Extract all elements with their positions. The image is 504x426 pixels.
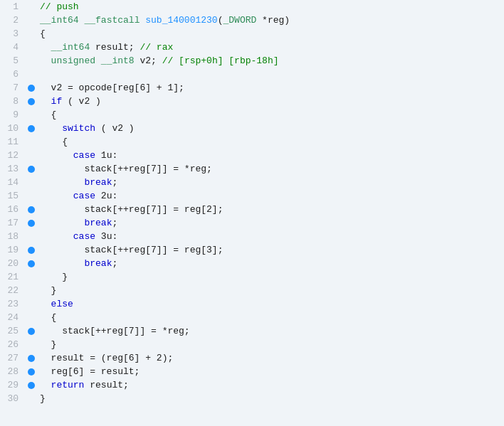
code-line: } <box>37 392 504 405</box>
code-line: __int64 result; // rax <box>37 41 504 54</box>
line-number: 22 <box>0 284 26 297</box>
token-type: __int64 <box>51 42 90 53</box>
table-row: 28 reg[6] = result; <box>0 365 504 378</box>
token-plain <box>40 380 51 390</box>
breakpoint-area[interactable] <box>26 382 37 389</box>
token-plain <box>40 299 51 309</box>
token-kw: case <box>73 191 95 201</box>
token-plain: } <box>40 272 68 282</box>
line-number: 4 <box>0 41 26 54</box>
line-number: 30 <box>0 392 26 405</box>
table-row: 2__int64 __fastcall sub_140001230(_DWORD… <box>0 14 504 27</box>
token-plain: stack[++reg[7]] = reg[3]; <box>40 245 223 255</box>
table-row: 22 } <box>0 284 504 297</box>
token-type: __fastcall <box>84 15 140 26</box>
table-row: 17 break; <box>0 216 504 230</box>
line-number: 2 <box>0 14 26 27</box>
table-row: 27 result = (reg[6] + 2); <box>0 351 504 365</box>
token-kw: break <box>84 218 112 228</box>
code-line: return result; <box>37 378 504 392</box>
code-line: stack[++reg[7]] = *reg; <box>37 162 504 176</box>
token-plain: { <box>40 110 56 120</box>
token-plain <box>95 55 101 66</box>
line-number: 10 <box>0 122 26 135</box>
breakpoint-area[interactable] <box>26 247 37 254</box>
token-plain <box>40 123 62 134</box>
table-row: 14 break; <box>0 176 504 189</box>
breakpoint-area[interactable] <box>26 166 37 173</box>
table-row: 7 v2 = opcode[reg[6] + 1]; <box>0 81 504 95</box>
table-row: 26 } <box>0 338 504 351</box>
breakpoint-area[interactable] <box>26 206 37 213</box>
line-number: 23 <box>0 297 26 311</box>
token-plain: } <box>40 285 56 296</box>
breakpoint-area[interactable] <box>26 368 37 376</box>
token-plain: result; <box>84 380 128 390</box>
code-line: stack[++reg[7]] = reg[2]; <box>37 203 504 216</box>
table-row: 13 stack[++reg[7]] = *reg; <box>0 162 504 176</box>
breakpoint-area[interactable] <box>26 85 37 92</box>
code-line: } <box>37 338 504 351</box>
line-number: 11 <box>0 135 26 149</box>
token-plain: reg[6] = result; <box>40 366 140 377</box>
token-plain: 2u: <box>95 191 117 201</box>
table-row: 16 stack[++reg[7]] = reg[2]; <box>0 203 504 216</box>
code-line: break; <box>37 176 504 189</box>
code-line: else <box>37 297 504 311</box>
breakpoint-area[interactable] <box>26 98 37 105</box>
token-comment: // push <box>40 1 79 12</box>
token-kw: else <box>51 299 73 309</box>
breakpoint-area[interactable] <box>26 220 37 227</box>
table-row: 20 break; <box>0 257 504 270</box>
code-line: stack[++reg[7]] = reg[3]; <box>37 243 504 257</box>
breakpoint-area[interactable] <box>26 355 37 362</box>
breakpoint-dot <box>28 355 35 362</box>
table-row: 1// push <box>0 0 504 14</box>
token-plain: stack[++reg[7]] = *reg; <box>40 164 212 174</box>
breakpoint-area[interactable] <box>26 328 37 335</box>
breakpoint-dot <box>28 382 35 389</box>
table-row: 5 unsigned __int8 v2; // [rsp+0h] [rbp-1… <box>0 54 504 68</box>
breakpoint-area[interactable] <box>26 125 37 132</box>
breakpoint-dot <box>28 328 35 335</box>
token-plain <box>40 191 73 201</box>
breakpoint-dot <box>28 247 35 254</box>
code-line: case 3u: <box>37 230 504 243</box>
line-number: 21 <box>0 270 26 284</box>
breakpoint-area[interactable] <box>26 260 37 267</box>
code-line: reg[6] = result; <box>37 365 504 378</box>
line-number: 1 <box>0 0 26 14</box>
breakpoint-dot <box>28 220 35 227</box>
token-type: __int8 <box>101 55 135 66</box>
table-row: 18 case 3u: <box>0 230 504 243</box>
token-type: __int64 <box>40 15 79 26</box>
code-line: result = (reg[6] + 2); <box>37 351 504 365</box>
token-kw: if <box>51 96 63 107</box>
token-comment: // [rsp+0h] [rbp-18h] <box>162 55 279 66</box>
token-plain: result; <box>90 42 140 53</box>
line-number: 14 <box>0 176 26 189</box>
table-row: 23 else <box>0 297 504 311</box>
table-row: 3{ <box>0 27 504 41</box>
token-plain: } <box>40 393 46 404</box>
token-plain <box>40 96 51 107</box>
code-line: } <box>37 270 504 284</box>
line-number: 9 <box>0 108 26 122</box>
code-line: { <box>37 311 504 324</box>
table-row: 6 <box>0 68 504 81</box>
token-kw: return <box>51 380 85 390</box>
code-line: if ( v2 ) <box>37 95 504 108</box>
breakpoint-dot <box>28 368 35 376</box>
token-plain: ; <box>112 218 117 228</box>
token-plain: stack[++reg[7]] = reg[2]; <box>40 204 223 215</box>
table-row: 8 if ( v2 ) <box>0 95 504 108</box>
table-row: 10 switch ( v2 ) <box>0 122 504 135</box>
table-row: 21 } <box>0 270 504 284</box>
token-kw: case <box>73 150 95 161</box>
token-plain: } <box>40 339 56 350</box>
token-kw: break <box>84 258 112 269</box>
table-row: 25 stack[++reg[7]] = *reg; <box>0 324 504 338</box>
token-plain: { <box>40 312 56 323</box>
token-plain <box>40 231 73 242</box>
token-plain <box>40 42 51 53</box>
